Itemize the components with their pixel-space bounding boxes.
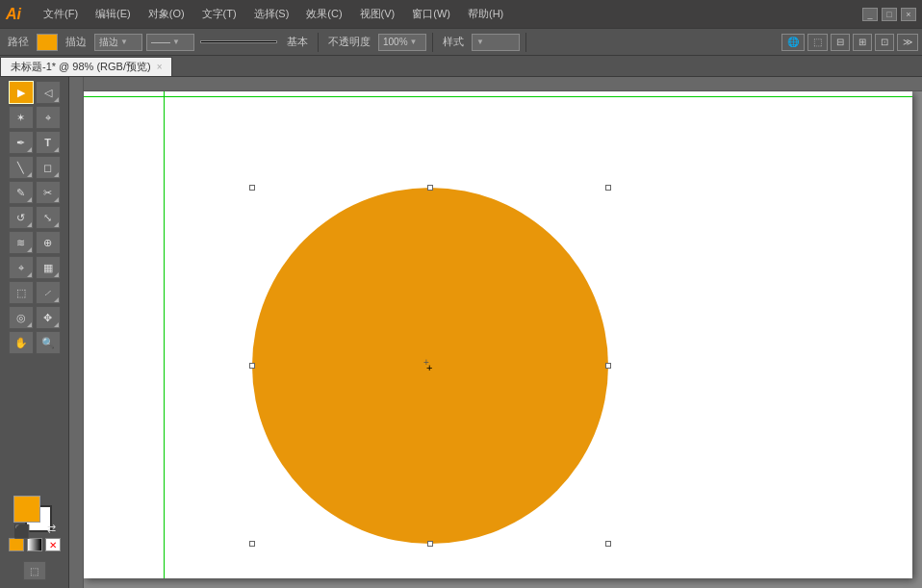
color-mode-none[interactable]: ✕ <box>45 538 61 551</box>
handle-top-center[interactable] <box>427 185 433 191</box>
submenu-indicator <box>27 172 32 177</box>
select-tool[interactable]: ▶ <box>9 81 34 104</box>
color-swatches: ⬛ ⇄ ✕ <box>2 492 66 555</box>
stroke-weight-dropdown[interactable]: —— ▼ <box>146 34 194 51</box>
fill-color-box[interactable] <box>13 496 40 523</box>
eyedropper-tool[interactable]: ✥ <box>36 306 61 329</box>
vertical-guide <box>164 91 165 578</box>
separator2 <box>432 33 433 52</box>
circle-shape-container[interactable]: + <box>252 188 608 544</box>
menu-object[interactable]: 对象(O) <box>143 5 190 23</box>
menu-file[interactable]: 文件(F) <box>38 5 83 23</box>
shape-tool[interactable]: ◻ <box>36 156 61 179</box>
submenu-indicator <box>54 197 59 202</box>
app-logo: Ai <box>6 6 21 23</box>
submenu-indicator <box>27 222 32 227</box>
handle-bottom-left[interactable] <box>249 541 255 547</box>
menu-type[interactable]: 文字(T) <box>197 5 242 23</box>
tab-bar: 未标题-1* @ 98% (RGB/预览) × <box>0 56 922 77</box>
menu-help[interactable]: 帮助(H) <box>463 5 508 23</box>
type-tool[interactable]: T <box>36 131 61 154</box>
screen-mode-icon[interactable]: ⬚ <box>23 561 46 580</box>
submenu-indicator <box>27 272 32 277</box>
rectangle-icon[interactable]: ⬚ <box>807 34 828 51</box>
artboard-tool[interactable]: ⬚ <box>9 281 34 304</box>
swap-colors-icon[interactable]: ⇄ <box>47 523 56 535</box>
artboard[interactable]: + <box>84 91 912 578</box>
magic-wand-tool[interactable]: ✶ <box>9 106 34 129</box>
style-dropdown[interactable]: ▼ <box>472 34 520 51</box>
minimize-icon[interactable]: _ <box>862 8 878 21</box>
direct-select-tool[interactable]: ◁ <box>36 81 61 104</box>
scale-tool[interactable]: ⤡ <box>36 206 61 229</box>
submenu-indicator <box>54 172 59 177</box>
more-icon[interactable]: ≫ <box>897 34 918 51</box>
handle-top-right[interactable] <box>605 185 611 191</box>
color-mode-solid[interactable] <box>9 538 24 551</box>
opacity-dropdown[interactable]: 100% ▼ <box>378 34 426 51</box>
title-bar: Ai 文件(F) 编辑(E) 对象(O) 文字(T) 选择(S) 效果(C) 视… <box>0 0 922 28</box>
tool-row-2: ✶ ⌖ <box>2 106 66 129</box>
tool-row-7: ≋ ⊕ <box>2 231 66 254</box>
stroke-dropdown[interactable]: 描边 ▼ <box>94 34 142 51</box>
handle-top-left[interactable] <box>249 185 255 191</box>
submenu-indicator <box>54 322 59 327</box>
chevron-down-icon: ▼ <box>172 38 180 46</box>
transform-icon[interactable]: ⊡ <box>875 34 894 51</box>
tool-row-8: ⌖ ▦ <box>2 256 66 279</box>
canvas-area: + <box>69 77 922 588</box>
pen-tool[interactable]: ✒ <box>9 131 34 154</box>
symbol-tool[interactable]: ⌖ <box>9 256 34 279</box>
opacity-label: 不透明度 <box>324 35 374 49</box>
maximize-icon[interactable]: □ <box>882 8 897 21</box>
handle-middle-right[interactable] <box>605 363 611 369</box>
tool-row-3: ✒ T <box>2 131 66 154</box>
slice-tool[interactable]: ⟋ <box>36 281 61 304</box>
menu-select[interactable]: 选择(S) <box>249 5 295 23</box>
blend-tool[interactable]: ◎ <box>9 306 34 329</box>
tab-close-icon[interactable]: × <box>157 62 163 72</box>
hand-tool[interactable]: ✋ <box>9 331 34 354</box>
pencil-tool[interactable]: ✎ <box>9 181 34 204</box>
document-tab[interactable]: 未标题-1* @ 98% (RGB/预览) × <box>0 57 172 76</box>
submenu-indicator <box>27 197 32 202</box>
warp-tool[interactable]: ≋ <box>9 231 34 254</box>
tool-row-10: ◎ ✥ <box>2 306 66 329</box>
close-icon[interactable]: × <box>901 8 916 21</box>
tool-row-5: ✎ ✂ <box>2 181 66 204</box>
rotate-tool[interactable]: ↺ <box>9 206 34 229</box>
tool-row-4: ╲ ◻ <box>2 156 66 179</box>
menu-window[interactable]: 窗口(W) <box>407 5 455 23</box>
lasso-tool[interactable]: ⌖ <box>36 106 61 129</box>
tab-title: 未标题-1* @ 98% (RGB/预览) <box>11 60 151 74</box>
properties-toolbar: 路径 描边 描边 ▼ —— ▼ 基本 不透明度 100% ▼ 样式 ▼ 🌐 ⬚ … <box>0 28 922 56</box>
handle-bottom-center[interactable] <box>427 541 433 547</box>
handle-bottom-right[interactable] <box>605 541 611 547</box>
fill-stroke-stack: ⬛ ⇄ <box>13 496 56 534</box>
color-mode-row: ✕ <box>6 538 63 551</box>
distribute-icon[interactable]: ⊞ <box>853 34 872 51</box>
color-mode-gradient[interactable] <box>27 538 42 551</box>
path-label: 路径 <box>4 35 33 49</box>
window-controls: _ □ × <box>862 8 916 21</box>
handle-middle-left[interactable] <box>249 363 255 369</box>
reset-colors-icon[interactable]: ⬛ <box>13 524 30 538</box>
menu-effect[interactable]: 效果(C) <box>301 5 346 23</box>
toolbox-bottom: ⬚ <box>2 557 66 584</box>
line-tool[interactable]: ╲ <box>9 156 34 179</box>
globe-icon[interactable]: 🌐 <box>781 34 805 51</box>
eraser-tool[interactable]: ✂ <box>36 181 61 204</box>
align-left-icon[interactable]: ⊟ <box>831 34 850 51</box>
submenu-indicator <box>27 147 32 152</box>
tool-row-1: ▶ ◁ <box>2 81 66 104</box>
graph-tool[interactable]: ▦ <box>36 256 61 279</box>
toolbox: ▶ ◁ ✶ ⌖ ✒ T <box>0 77 69 588</box>
menu-view[interactable]: 视图(V) <box>355 5 400 23</box>
style-label: 样式 <box>439 35 468 49</box>
menu-edit[interactable]: 编辑(E) <box>90 5 136 23</box>
submenu-indicator <box>54 147 59 152</box>
zoom-tool[interactable]: 🔍 <box>36 331 61 354</box>
fill-swatch[interactable] <box>37 34 58 51</box>
horizontal-ruler <box>69 77 922 91</box>
free-transform-tool[interactable]: ⊕ <box>36 231 61 254</box>
